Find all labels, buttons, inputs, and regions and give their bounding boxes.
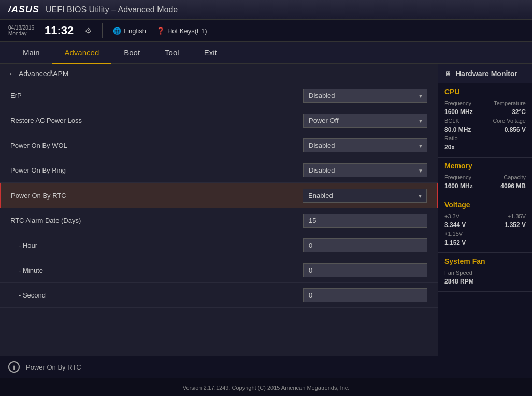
back-arrow-icon[interactable]: ←: [8, 69, 16, 78]
memory-labels-row: Frequency Capacity: [444, 174, 526, 180]
fan-speed-label-row: Fan Speed: [444, 270, 526, 276]
fan-speed-label: Fan Speed: [444, 270, 472, 276]
app-title: UEFI BIOS Utility – Advanced Mode: [46, 5, 178, 15]
cpu-core-voltage-label: Core Voltage: [493, 118, 526, 124]
breadcrumb: ← Advanced\APM: [0, 64, 438, 83]
voltage-section: Voltage +3.3V +1.35V 3.344 V 1.352 V +1.…: [438, 196, 532, 253]
nav-item-exit[interactable]: Exit: [192, 42, 229, 63]
cpu-frequency-value: 1600 MHz: [444, 108, 473, 116]
voltage-row2-values: 1.152 V: [444, 239, 526, 246]
setting-row-minute: - Minute: [0, 258, 438, 283]
nav-item-main[interactable]: Main: [10, 42, 52, 63]
cpu-frequency-value-row: 1600 MHz 32°C: [444, 108, 526, 116]
hotkeys-button[interactable]: ❓ Hot Keys(F1): [156, 27, 207, 35]
second-label: - Second: [19, 291, 303, 299]
setting-row-second: - Second: [0, 283, 438, 308]
rtc-date-input[interactable]: [303, 214, 427, 228]
asus-logo: /ASUS: [8, 4, 39, 15]
cpu-temperature-label: Temperature: [494, 100, 526, 106]
question-icon: ❓: [156, 27, 165, 35]
erp-dropdown[interactable]: Disabled Enabled: [303, 89, 427, 103]
power-rtc-dropdown[interactable]: Disabled Enabled: [303, 189, 427, 203]
fan-speed-value: 2848 RPM: [444, 278, 474, 285]
hour-label: - Hour: [19, 242, 303, 249]
v33-label: +3.3V: [444, 213, 459, 219]
power-wol-label: Power On By WOL: [10, 142, 303, 149]
second-input[interactable]: [303, 288, 427, 302]
nav-item-boot[interactable]: Boot: [111, 42, 152, 63]
memory-frequency-value: 1600 MHz: [444, 182, 473, 190]
setting-row-erp: ErP Disabled Enabled: [0, 83, 438, 108]
datetime-display: 04/18/2016 Monday: [8, 25, 34, 36]
hour-input[interactable]: [303, 238, 427, 252]
power-ring-dropdown[interactable]: Disabled Enabled: [303, 163, 427, 177]
erp-value: Disabled Enabled: [303, 89, 427, 103]
hardware-monitor-panel: 🖥 Hardware Monitor CPU Frequency Tempera…: [438, 64, 532, 378]
footer-text: Version 2.17.1249. Copyright (C) 2015 Am…: [183, 385, 350, 391]
setting-row-hour: - Hour: [0, 233, 438, 258]
language-button[interactable]: 🌐 English: [113, 27, 146, 35]
cpu-temperature-value: 32°C: [512, 108, 526, 116]
v115-value: 1.152 V: [444, 239, 466, 246]
cpu-section: CPU Frequency Temperature 1600 MHz 32°C …: [438, 83, 532, 158]
settings-list: ErP Disabled Enabled Restore AC Power Lo…: [0, 83, 438, 356]
breadcrumb-path: Advanced\APM: [19, 69, 69, 78]
power-wol-value: Disabled Enabled: [303, 138, 427, 152]
footer: Version 2.17.1249. Copyright (C) 2015 Am…: [0, 378, 532, 396]
hour-value: [303, 238, 427, 252]
power-wol-dropdown[interactable]: Disabled Enabled: [303, 138, 427, 152]
v33-value: 3.344 V: [444, 221, 466, 229]
second-value: [303, 288, 427, 302]
hotkeys-label: Hot Keys(F1): [167, 27, 207, 35]
restore-ac-dropdown[interactable]: Power Off Power On Last State: [303, 114, 427, 128]
setting-row-power-ring: Power On By Ring Disabled Enabled: [0, 158, 438, 183]
memory-frequency-label: Frequency: [444, 174, 471, 180]
v135-value: 1.352 V: [505, 221, 526, 229]
cpu-ratio-label: Ratio: [444, 135, 458, 142]
memory-section-title: Memory: [444, 162, 526, 170]
minute-value: [303, 263, 427, 277]
globe-icon: 🌐: [113, 27, 121, 35]
date-display: 04/18/2016: [8, 25, 34, 31]
navigation-bar: Main Advanced Boot Tool Exit: [0, 42, 532, 64]
cpu-frequency-row: Frequency Temperature: [444, 100, 526, 106]
cpu-ratio-row: Ratio: [444, 135, 526, 142]
voltage-row2-labels: +1.15V: [444, 231, 526, 237]
info-text: Power On By RTC: [26, 363, 81, 371]
fan-speed-value-row: 2848 RPM: [444, 278, 526, 285]
system-fan-section-title: System Fan: [444, 257, 526, 265]
hw-monitor-header: 🖥 Hardware Monitor: [438, 64, 532, 83]
settings-panel: ← Advanced\APM ErP Disabled Enabled: [0, 64, 438, 378]
cpu-bclk-label: BCLK: [444, 118, 459, 124]
power-rtc-value: Disabled Enabled: [303, 189, 427, 203]
memory-section: Memory Frequency Capacity 1600 MHz 4096 …: [438, 158, 532, 196]
setting-row-rtc-date: RTC Alarm Date (Days): [0, 208, 438, 233]
cpu-core-voltage-value: 0.856 V: [505, 126, 526, 133]
voltage-row1-values: 3.344 V 1.352 V: [444, 221, 526, 229]
setting-row-power-wol: Power On By WOL Disabled Enabled: [0, 133, 438, 158]
memory-capacity-label: Capacity: [504, 174, 526, 180]
voltage-section-title: Voltage: [444, 201, 526, 209]
nav-item-tool[interactable]: Tool: [152, 42, 192, 63]
setting-row-power-rtc: Power On By RTC Disabled Enabled: [0, 183, 438, 208]
restore-ac-label: Restore AC Power Loss: [10, 117, 303, 124]
power-rtc-label: Power On By RTC: [11, 192, 303, 200]
minute-input[interactable]: [303, 263, 427, 277]
status-bar: 04/18/2016 Monday 11:32 ⚙ 🌐 English ❓ Ho…: [0, 20, 532, 42]
info-icon: i: [8, 361, 20, 373]
rtc-date-value: [303, 214, 427, 228]
main-content: ← Advanced\APM ErP Disabled Enabled: [0, 64, 532, 378]
settings-icon[interactable]: ⚙: [85, 26, 92, 35]
nav-item-advanced[interactable]: Advanced: [52, 42, 112, 64]
monitor-icon: 🖥: [444, 69, 452, 78]
minute-label: - Minute: [19, 266, 303, 274]
setting-row-restore-ac: Restore AC Power Loss Power Off Power On…: [0, 108, 438, 133]
cpu-section-title: CPU: [444, 88, 526, 96]
memory-capacity-value: 4096 MB: [500, 182, 526, 190]
time-display: 11:32: [45, 24, 74, 37]
system-fan-section: System Fan Fan Speed 2848 RPM: [438, 253, 532, 292]
power-ring-label: Power On By Ring: [10, 166, 303, 174]
memory-values-row: 1600 MHz 4096 MB: [444, 182, 526, 190]
info-bar: i Power On By RTC: [0, 356, 438, 378]
rtc-date-label: RTC Alarm Date (Days): [10, 217, 303, 224]
